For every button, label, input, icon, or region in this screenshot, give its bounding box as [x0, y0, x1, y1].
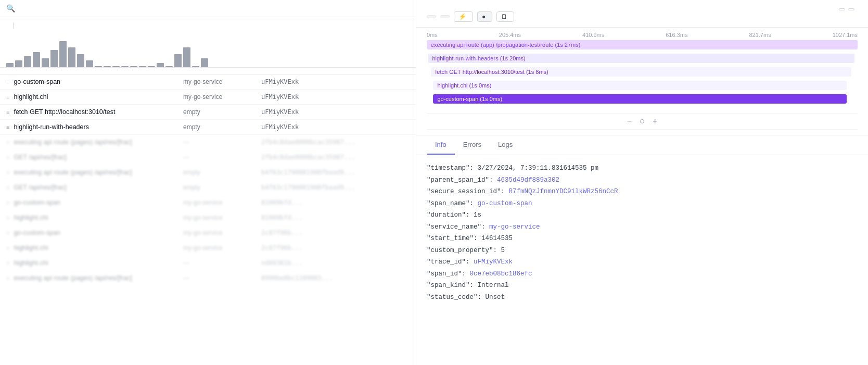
histogram-bar: [183, 47, 190, 67]
trace-id: uFMiyKVExk: [261, 108, 410, 116]
trace-meta-row: ⚡ ● 🗒: [427, 11, 858, 22]
trace-row[interactable]: ≡ highlight.chi — nd09381b...: [0, 256, 416, 271]
trace-row[interactable]: ≡ executing api route (pages) /api/res/[…: [0, 271, 416, 286]
trace-row[interactable]: ≡ executing api route (pages) /api/res/[…: [0, 165, 416, 180]
field-key: "span_id": [427, 268, 462, 280]
span-name: GET /api/res/[frac]: [14, 184, 66, 191]
detail-field: "status_code": Unset: [427, 292, 858, 304]
detail-field: "timestamp": 3/27/2024, 7:39:11.83161453…: [427, 162, 858, 174]
ruler-mark: 616.3ms: [666, 32, 687, 38]
trace-row[interactable]: ≡ highlight.chi my-go-service 2c87f96b..…: [0, 241, 416, 256]
field-value: 3/27/2024, 7:39:11.831614535 pm: [478, 162, 599, 174]
span-bar[interactable]: highlight-run-with-headers (1s 20ms): [428, 54, 854, 63]
zoom-in-button[interactable]: +: [650, 117, 659, 126]
view-session-button[interactable]: ●: [477, 11, 492, 22]
service-name: —: [183, 259, 261, 267]
service-name: my-go-service: [183, 78, 261, 85]
ruler-mark: 410.9ms: [582, 32, 604, 38]
trace-row[interactable]: ≡ go-custom-span my-go-service uFMiyKVEx…: [0, 74, 416, 90]
service-name: empty: [183, 184, 261, 191]
span-name: highlight-run-with-headers: [14, 123, 89, 131]
detail-field: "start_time": 14614535: [427, 233, 858, 245]
trace-id: 2fb4c8dae0000bcac35987...: [261, 139, 410, 146]
span-bar[interactable]: highlight.chi (1s 0ms): [433, 81, 847, 90]
detail-field: "parent_span_id": 4635d49df889a302: [427, 174, 858, 186]
trace-row[interactable]: ≡ GET /api/res/[frac] empty b4f63c179000…: [0, 180, 416, 195]
field-value: 14614535: [481, 233, 513, 245]
trace-row[interactable]: ≡ highlight-run-with-headers empty uFMiy…: [0, 120, 416, 135]
trace-row[interactable]: ≡ highlight.chi my-go-service uFMiyKVExk: [0, 90, 416, 105]
trace-id: 2c87f96b...: [261, 244, 410, 251]
span-bar[interactable]: executing api route (app) /propagation-t…: [427, 40, 858, 49]
field-value: uFMiyKVExk: [474, 256, 513, 268]
left-panel: 🔍 | ≡ go-custom-span my-go-service uFMiy…: [0, 0, 416, 365]
field-value: Unset: [486, 292, 505, 304]
zoom-out-button[interactable]: −: [625, 117, 634, 126]
list-icon: ≡: [6, 230, 9, 236]
histogram-bar: [50, 50, 58, 67]
trace-row[interactable]: ≡ GET /api/res/[frac] — 2fb4c8dae0000bca…: [0, 150, 416, 165]
span-name: executing api route (pages) /api/res/[fr…: [14, 274, 132, 282]
view-logs-button[interactable]: 🗒: [496, 11, 514, 22]
span-bar[interactable]: go-custom-span (1s 0ms): [433, 94, 847, 104]
trace-row[interactable]: ≡ go-custom-span my-go-service 81009bfd.…: [0, 195, 416, 210]
right-header: ⚡ ● 🗒: [416, 0, 868, 28]
list-icon: ≡: [6, 199, 9, 206]
detail-field: "secure_session_id": R7fmNQzJfnmnYDC91lk…: [427, 186, 858, 198]
list-icon: ≡: [6, 139, 9, 145]
trace-row[interactable]: ≡ executing api route (pages) /api/res/[…: [0, 135, 416, 150]
ruler-mark: 1027.1ms: [833, 32, 858, 38]
span-name: GET /api/res/[frac]: [14, 154, 66, 161]
trace-id: 2fb4c8dae0000bcac35987...: [261, 154, 410, 161]
doc-icon: 🗒: [501, 13, 507, 20]
histogram-bar: [33, 52, 40, 67]
service-name: —: [183, 139, 261, 146]
trace-row[interactable]: ≡ go-custom-span my-go-service 2c87f96b.…: [0, 225, 416, 241]
detail-field: "duration": 1s: [427, 209, 858, 221]
ruler-mark: 0ms: [427, 32, 438, 38]
timeline-section: 0ms205.4ms410.9ms616.3ms821.7ms1027.1ms …: [416, 28, 868, 135]
trace-date-badge: [427, 15, 436, 18]
field-key: "timestamp": [427, 162, 470, 174]
span-name: go-custom-span: [14, 229, 60, 236]
histogram-bar: [59, 41, 67, 67]
right-panel: ⚡ ● 🗒 0ms205.4ms410.9ms616.3ms821.7ms102…: [416, 0, 868, 365]
service-name: my-go-service: [183, 229, 261, 236]
trace-id: uFMiyKVExk: [261, 123, 410, 131]
trace-row[interactable]: ≡ fetch GET http://localhost:3010/test e…: [0, 105, 416, 120]
view-errors-button[interactable]: ⚡: [454, 11, 473, 22]
detail-field: "custom_property": 5: [427, 245, 858, 257]
timeline-ruler: 0ms205.4ms410.9ms616.3ms821.7ms1027.1ms: [427, 28, 858, 40]
list-icon: ≡: [6, 245, 9, 251]
detail-tabs: InfoErrorsLogs: [416, 135, 868, 155]
table-header: [0, 67, 416, 74]
span-name: highlight.chi: [14, 214, 48, 221]
span-name: highlight.chi: [14, 244, 48, 251]
trace-id: 81009bfd...: [261, 199, 410, 206]
histogram: [0, 31, 416, 67]
search-input[interactable]: [19, 5, 410, 12]
span-name: executing api route (pages) /api/res/[fr…: [14, 169, 132, 176]
tab-item-info[interactable]: Info: [427, 135, 455, 155]
circle-icon: ●: [482, 13, 486, 20]
trace-id: b4f63c1790001900fbaad9...: [261, 169, 410, 176]
span-bar[interactable]: fetch GET http://localhost:3010/test (1s…: [431, 67, 851, 77]
service-name: —: [183, 154, 261, 161]
tab-item-logs[interactable]: Logs: [490, 135, 521, 155]
tab-item-errors[interactable]: Errors: [455, 135, 490, 155]
trace-row[interactable]: ≡ highlight.chi my-go-service 81009bfd..…: [0, 210, 416, 225]
histogram-bar: [157, 63, 164, 67]
field-value: 4635d49df889a302: [497, 174, 559, 186]
field-value: Internal: [478, 280, 509, 292]
field-key: "custom_property": [427, 245, 493, 257]
traces-list: ≡ go-custom-span my-go-service uFMiyKVEx…: [0, 74, 416, 365]
ruler-mark: 205.4ms: [499, 32, 521, 38]
nav-prev-button[interactable]: [839, 8, 845, 10]
histogram-bar: [24, 56, 31, 67]
nav-controls: [839, 7, 858, 10]
nav-next-button[interactable]: [848, 8, 854, 10]
span-name: highlight.chi: [14, 93, 48, 100]
field-value: my-go-service: [489, 221, 540, 233]
detail-field: "trace_id": uFMiyKVExk: [427, 256, 858, 268]
lightning-icon: ⚡: [458, 13, 466, 20]
